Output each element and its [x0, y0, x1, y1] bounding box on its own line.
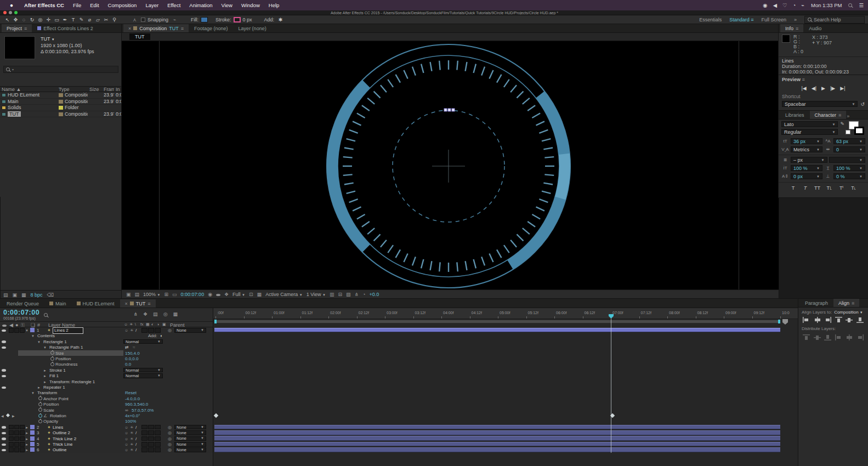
timeline-row-fill-1[interactable]: ►Fill 1Normal▼: [0, 373, 213, 378]
align-v-center-icon[interactable]: [846, 317, 853, 323]
tab-audio[interactable]: Audio: [804, 24, 826, 32]
hand-tool[interactable]: ✥: [12, 17, 20, 22]
comp-name[interactable]: TUT ▼: [41, 36, 94, 43]
switch-cell[interactable]: [155, 328, 161, 333]
timeline-row-transform[interactable]: ▼TransformReset: [0, 390, 213, 395]
dropbox-icon[interactable]: ♡: [782, 2, 787, 8]
distribute-bottom-icon[interactable]: [824, 334, 831, 340]
always-preview-icon[interactable]: ▣: [126, 292, 131, 297]
keyframe-toggle-diamond[interactable]: [6, 413, 10, 417]
menu-item-help[interactable]: Help: [264, 2, 284, 8]
parent-dropdown[interactable]: None▼: [174, 328, 206, 333]
project-search-field[interactable]: ▾: [3, 66, 118, 73]
workspace-essentials[interactable]: Essentials: [699, 17, 722, 22]
layer-label-color[interactable]: [30, 430, 35, 435]
work-area-bar[interactable]: [214, 320, 780, 323]
time-machine-icon[interactable]: ◔: [792, 2, 796, 8]
flowchart-icon[interactable]: ⋔: [355, 292, 359, 297]
switch-cell[interactable]: [141, 430, 147, 435]
align-bottom-icon[interactable]: [856, 317, 864, 323]
blend-mode-dropdown[interactable]: Normal▼: [123, 368, 163, 373]
3d-icon[interactable]: ▣: [162, 322, 166, 327]
pen-tool[interactable]: ✒: [61, 17, 69, 22]
parent-pickwhip-icon[interactable]: ◎: [168, 447, 172, 453]
tab-character[interactable]: Character≡: [810, 111, 847, 119]
creative-cloud-icon[interactable]: ◉: [763, 2, 767, 8]
switch-cell[interactable]: [141, 328, 147, 333]
close-window-button[interactable]: [3, 11, 7, 14]
comp-subtab[interactable]: TUT: [129, 33, 150, 40]
tab-libraries[interactable]: Libraries: [780, 111, 809, 119]
project-row-tut[interactable]: TUTComposition23.9760:00: [0, 111, 122, 118]
eyedropper-icon[interactable]: ✎: [840, 121, 844, 135]
layer-duration-bar[interactable]: [214, 328, 780, 333]
layer-visibility-eye[interactable]: [2, 447, 6, 453]
switch-cell[interactable]: [148, 436, 154, 441]
timeline-row-outline-2[interactable]: ►3✦Outline 2☺☀/◎None▼: [0, 430, 213, 435]
switch-cell[interactable]: [155, 430, 161, 435]
graph-editor-icon[interactable]: ◎: [163, 311, 168, 317]
align-right-icon[interactable]: [824, 317, 831, 323]
panel-menu-icon[interactable]: ≡: [796, 26, 798, 31]
workspace-standard[interactable]: Standard ≡: [729, 17, 753, 22]
distribute-top-icon[interactable]: [803, 334, 810, 340]
switch-cell[interactable]: [155, 447, 161, 452]
timeline-row-contents[interactable]: ▼ContentsAdd:◐: [0, 333, 213, 338]
switch-cell[interactable]: [9, 430, 14, 435]
parent-dropdown[interactable]: None▼: [174, 430, 206, 435]
channels-icon[interactable]: ❖: [224, 292, 229, 297]
bluetooth-icon[interactable]: ⌁: [801, 2, 804, 8]
mini-flowchart-icon[interactable]: ⋔: [133, 311, 138, 317]
switch-cell[interactable]: [20, 430, 25, 435]
stroke-width-value[interactable]: 0 px: [243, 17, 252, 22]
switch-cell[interactable]: [155, 425, 161, 430]
horizontal-scale-dropdown[interactable]: 100 %▼: [833, 165, 865, 171]
camera-dropdown[interactable]: Active Camera ▼: [265, 292, 303, 297]
bit-depth-button[interactable]: 8 bpc: [31, 292, 43, 298]
switch-cell[interactable]: [20, 447, 25, 452]
workspace-overflow-icon[interactable]: »: [794, 17, 797, 22]
timeline-row-outline[interactable]: ►6✦Outline☺☀/◎None▼: [0, 447, 213, 452]
shape-tool[interactable]: ▭: [53, 17, 61, 22]
switch-cell[interactable]: [148, 442, 154, 447]
vertical-scale-dropdown[interactable]: 100 %▼: [791, 165, 822, 171]
switch-cell[interactable]: [155, 436, 161, 441]
viewer-tab-composition[interactable]: ×CompositionTUT≡: [123, 24, 189, 32]
frame-blend-icon[interactable]: ▦: [173, 311, 178, 317]
layer-duration-bar[interactable]: [214, 447, 780, 452]
interpret-footage-icon[interactable]: ▤: [3, 292, 8, 298]
timeline-row-scale[interactable]: Scale∞57.0,57.0%: [0, 407, 213, 413]
switch-cell[interactable]: [14, 430, 19, 435]
layer-duration-bar[interactable]: [214, 430, 780, 435]
snapping-checkbox[interactable]: Snapping: [141, 17, 168, 22]
subscript-button[interactable]: T˪: [849, 185, 858, 191]
fast-previews-icon[interactable]: ⊟: [338, 292, 342, 297]
timeline-tab-main[interactable]: Main: [44, 299, 71, 308]
parent-dropdown[interactable]: None▼: [174, 447, 206, 452]
live-update-icon[interactable]: ❖: [143, 311, 147, 317]
mask-visibility-icon[interactable]: ▭: [172, 292, 177, 297]
twirl-arrow[interactable]: ►: [25, 447, 29, 453]
fx-icon[interactable]: fx: [140, 322, 143, 326]
stopwatch-icon[interactable]: [38, 402, 42, 406]
time-ruler[interactable]: :00f00:12f01:00f01:12f02:00f02:12f03:00f…: [213, 308, 798, 319]
fill-color-swatch[interactable]: [201, 17, 208, 22]
work-area-end-handle[interactable]: [778, 320, 780, 323]
snap-axis-icon[interactable]: ⋏: [131, 17, 139, 22]
column-size[interactable]: Size: [88, 87, 102, 92]
snapshot-icon[interactable]: ◉: [208, 292, 212, 297]
leading-dropdown[interactable]: 63 px▼: [833, 138, 865, 144]
distribute-h-center-icon[interactable]: [846, 334, 853, 340]
timeline-row-rectangle-1[interactable]: ▼Rectangle 1Normal▼: [0, 339, 213, 344]
layer-label-color[interactable]: [30, 442, 35, 446]
font-size-dropdown[interactable]: 36 px▼: [791, 138, 822, 144]
switch-cell[interactable]: [141, 425, 147, 430]
timeline-tab-render-queue[interactable]: Render Queue: [2, 299, 44, 308]
timeline-row-rotation[interactable]: ∠Rotation4x+0.0°◀▶: [0, 413, 213, 418]
layer-label-color[interactable]: [30, 447, 35, 452]
transparency-grid-icon[interactable]: ▦: [257, 292, 262, 297]
stroke-style-dropdown[interactable]: ▼: [829, 157, 866, 163]
parent-dropdown[interactable]: None▼: [174, 425, 206, 430]
menu-item-view[interactable]: View: [217, 2, 237, 8]
layer-duration-bar[interactable]: [214, 425, 780, 430]
